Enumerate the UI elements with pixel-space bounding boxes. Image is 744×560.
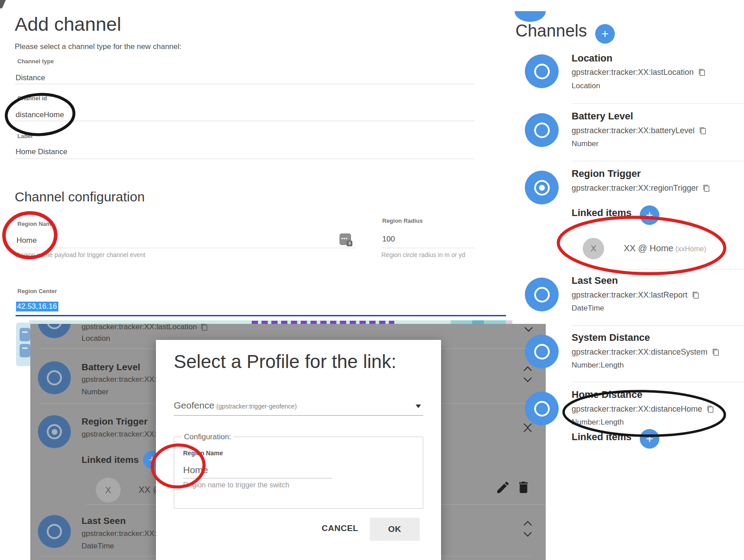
channel-id: gpstracker:tracker:XX:lastLocation <box>572 68 694 77</box>
channel-title: Region Trigger <box>572 168 641 180</box>
channel-type: Number <box>572 139 598 148</box>
linked-items-heading: Linked items <box>572 431 631 443</box>
dialog-title: Select a Profile for the link: <box>174 351 397 372</box>
channel-id: gpstracker:tracker:XX:distanceSystem <box>572 347 707 357</box>
add-channel-button[interactable]: + <box>595 24 615 44</box>
copy-icon[interactable] <box>693 292 699 298</box>
page-subtitle: Please select a channel type for the new… <box>15 42 181 51</box>
configuration-fieldset: Configuration: Region Name Home Region n… <box>174 437 423 509</box>
copy-icon[interactable] <box>699 69 705 76</box>
copy-icon[interactable] <box>703 185 709 192</box>
region-center-input[interactable]: 42.53,16.16 <box>16 302 58 311</box>
map-zoom-out-button[interactable] <box>20 344 30 357</box>
channel-type-input[interactable]: Distance <box>16 74 45 82</box>
region-name-help: Region name payload for trigger channel … <box>16 251 145 258</box>
divider <box>572 382 744 382</box>
region-radius-label: Region Radius <box>382 217 423 224</box>
location-channel-icon-dimmed <box>38 324 71 338</box>
channel-title: Battery Level <box>572 110 633 122</box>
copy-icon[interactable] <box>700 127 706 134</box>
collapse-icon[interactable] <box>525 421 531 434</box>
channel-title: Home Distance <box>572 389 642 401</box>
channel-id: gpstracker:tracker:XX:batteryLevel <box>572 126 695 135</box>
region-name-label: Region Name <box>17 221 54 227</box>
home-distance-channel-icon <box>525 392 559 425</box>
divider <box>572 161 744 161</box>
map-fragment <box>16 323 31 366</box>
background-linked-items-heading: Linked items <box>82 454 139 465</box>
battery-channel-icon <box>525 113 559 147</box>
background-last-seen-title: Last Seen <box>82 515 126 526</box>
background-first-row-type: Location <box>82 334 110 343</box>
region-name-underline <box>16 248 356 248</box>
password-manager-icon[interactable]: ••• 3 <box>339 233 351 245</box>
label-underline <box>15 159 474 159</box>
background-region-trigger-title: Region Trigger <box>82 416 147 427</box>
copy-icon[interactable] <box>713 349 719 356</box>
modal-region-name-underline <box>183 478 332 478</box>
linked-items-heading: Linked items <box>572 207 631 219</box>
region-center-label: Region Center <box>17 288 57 294</box>
modal-region-name-input[interactable]: Home <box>183 465 208 475</box>
linked-item-avatar: X <box>583 238 604 259</box>
collage-sliver-purple-dashes <box>252 321 394 324</box>
channel-id-underline <box>15 121 474 121</box>
channel-id: gpstracker:tracker:XX:distanceHome <box>572 405 702 414</box>
linked-item-avatar-dimmed: X <box>96 478 121 503</box>
trash-icon[interactable] <box>516 480 531 495</box>
background-first-row-id: gpstracker:tracker:XX:lastLocation <box>82 324 197 331</box>
profile-select-dialog: Select a Profile for the link: Geofence … <box>156 340 441 560</box>
cancel-button[interactable]: CANCEL <box>322 523 358 533</box>
location-channel-icon <box>525 54 559 88</box>
channel-type: Location <box>572 82 600 90</box>
configuration-legend: Configuration: <box>182 433 233 441</box>
copy-icon[interactable] <box>201 324 207 331</box>
label-field-label: Label <box>17 133 33 139</box>
region-radius-help: Region circle radius in m or yd <box>381 251 465 258</box>
corner-artifact <box>0 0 7 9</box>
background-last-seen-type: DateTime <box>82 542 114 551</box>
region-trigger-channel-icon <box>525 171 559 204</box>
channel-type-label: Channel type <box>17 58 54 65</box>
region-center-focus-underline <box>16 315 506 316</box>
last-seen-channel-icon <box>525 278 559 311</box>
channel-id-input[interactable]: distanceHome <box>16 110 64 119</box>
add-linked-item-button[interactable]: + <box>640 429 659 449</box>
modal-region-name-label: Region Name <box>183 450 223 457</box>
profile-select[interactable]: Geofence (gpstracker:trigger-geofence) <box>174 400 423 411</box>
profile-select-underline <box>174 415 423 416</box>
pencil-icon[interactable] <box>495 480 511 495</box>
channel-id: gpstracker:tracker:XX:lastReport <box>572 290 687 300</box>
channel-title: Location <box>572 53 613 64</box>
ok-button[interactable]: OK <box>370 518 420 541</box>
profile-select-value: Geofence <box>174 400 214 410</box>
battery-channel-icon-dimmed <box>38 361 71 394</box>
add-linked-item-button[interactable]: + <box>640 205 659 225</box>
divider <box>572 269 744 270</box>
label-input[interactable]: Home Distance <box>16 147 67 156</box>
expand-icon[interactable] <box>525 522 531 535</box>
region-radius-underline <box>381 248 474 248</box>
map-zoom-in-button[interactable] <box>20 328 30 341</box>
channel-id: gpstracker:tracker:XX:regionTrigger <box>572 184 698 193</box>
background-battery-title: Battery Level <box>82 362 140 372</box>
dropdown-arrow-icon <box>416 405 421 408</box>
system-distance-channel-icon <box>525 335 559 368</box>
channel-type: Number:Length <box>572 418 624 427</box>
channel-title: Last Seen <box>572 275 618 286</box>
profile-select-detail: (gpstracker:trigger-geofence) <box>217 403 297 410</box>
region-center-selected-text: 42.53,16.16 <box>16 302 58 311</box>
page-title: Add channel <box>15 13 121 35</box>
region-name-input[interactable]: Home <box>16 236 37 245</box>
chevron-down-icon[interactable] <box>526 325 531 331</box>
linked-item-label[interactable]: XX @ Home (xxHome) <box>624 243 706 253</box>
region-radius-input[interactable]: 100 <box>382 235 395 244</box>
channel-id-label: Channel id <box>17 95 47 102</box>
modal-region-name-help: Region name to trigger the switch <box>183 481 289 489</box>
divider <box>572 103 744 104</box>
channel-type-underline <box>15 84 474 84</box>
cropped-fab-icon <box>515 11 546 22</box>
copy-icon[interactable] <box>707 406 713 413</box>
password-manager-badge: 3 <box>347 241 352 246</box>
expand-icon[interactable] <box>525 368 531 381</box>
